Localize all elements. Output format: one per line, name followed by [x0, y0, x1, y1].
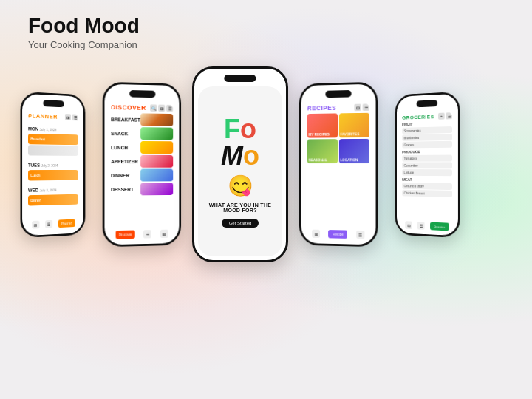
recipes-nav-active[interactable]: Recipe [329, 230, 348, 239]
discover-nav-3[interactable]: ⊞ [160, 230, 168, 238]
cat-snack: SNACK [111, 127, 173, 140]
recipes-icon-1: ⊞ [354, 104, 361, 112]
grocery-item-lettuce: Lettuce [402, 169, 452, 176]
grocery-section-meat: MEAT [402, 177, 452, 182]
grocery-item-grapes: Grapes [402, 140, 452, 148]
phone-discover: DISCOVER 🔍 ⊞ ☰ BREAKFAST SNACK LUNC [103, 82, 181, 248]
planner-icon-1: ⊞ [65, 114, 71, 120]
discover-icon-1: 🔍 [150, 104, 157, 112]
phone-fomo: Fo Mo 😋 WHAT ARE YOU IN THE MOOD FOR? Ge… [192, 66, 288, 262]
fomo-screen: Fo Mo 😋 WHAT ARE YOU IN THE MOOD FOR? Ge… [198, 86, 282, 256]
discover-title: DISCOVER [111, 103, 146, 111]
grocery-item-tomatoes: Tomatoes [402, 154, 452, 161]
groceries-icon-1: + [438, 112, 445, 119]
planner-day-mon: MONJuly 1, 2024 Breakfast [28, 120, 78, 155]
cat-dessert: DESSERT [111, 183, 173, 196]
planner-nav-2[interactable]: ☰ [45, 219, 52, 228]
grocery-item-blueberries: Blueberries [402, 133, 452, 140]
recipe-card-my: MY RECIPES [307, 113, 338, 137]
fomo-cta-button[interactable]: Get Started [222, 219, 259, 228]
groceries-screen: GROCERIES + ☰ FRUIT Strawberries Blueber… [400, 109, 455, 232]
cat-lunch: LUNCH [111, 141, 173, 154]
discover-nav-active[interactable]: Discover [116, 231, 135, 239]
recipe-card-fav: FAVORITES [338, 113, 369, 138]
phone-recipes: RECIPES ⊞ ☰ MY RECIPES FAVORITES SEASONA… [299, 82, 378, 248]
recipe-card-seasonal: SEASONAL [307, 139, 338, 163]
header: Food Mood Your Cooking Companion [28, 15, 140, 50]
planner-screen: PLANNER ⊞ ☰ MONJuly 1, 2024 Breakfast TU… [25, 109, 81, 232]
recipes-screen: RECIPES ⊞ ☰ MY RECIPES FAVORITES SEASONA… [304, 101, 372, 242]
planner-day-tues: TUESJuly 2, 2024 Lunch [28, 157, 78, 180]
cat-dinner: DINNER [111, 169, 173, 182]
fomo-logo: Fo Mo [221, 116, 259, 169]
recipes-icon-2: ☰ [363, 103, 369, 111]
discover-screen: DISCOVER 🔍 ⊞ ☰ BREAKFAST SNACK LUNC [108, 101, 176, 242]
cat-breakfast: BREAKFAST [111, 113, 173, 126]
cat-appetizer: APPETIZER [111, 155, 173, 168]
discover-nav-2[interactable]: ☰ [143, 230, 151, 238]
recipes-nav-3[interactable]: ☰ [356, 231, 364, 239]
discover-icon-2: ⊞ [158, 105, 165, 112]
discover-icon-3: ☰ [166, 105, 173, 112]
groceries-nav-2[interactable]: ☰ [417, 221, 425, 229]
recipes-nav-1[interactable]: ⊞ [312, 230, 320, 238]
recipes-title: RECIPES [307, 104, 336, 112]
grocery-section-produce: PRODUCE [402, 149, 452, 154]
grocery-item-chicken: Chicken Breast [402, 189, 452, 197]
planner-title: PLANNER [28, 112, 58, 120]
groceries-nav-active[interactable]: Groceries [430, 222, 449, 231]
app-subtitle: Your Cooking Companion [28, 39, 140, 50]
fomo-tagline: WHAT ARE YOU IN THE MOOD FOR? [205, 202, 275, 213]
grocery-section-fruit: FRUIT [402, 120, 452, 126]
phone-planner: PLANNER ⊞ ☰ MONJuly 1, 2024 Breakfast TU… [20, 91, 85, 237]
planner-icon-2: ☰ [72, 114, 78, 120]
planner-nav-1[interactable]: ⊞ [32, 220, 39, 228]
grocery-item-turkey: Ground Turkey [402, 183, 452, 190]
planner-day-wed: WEDJuly 3, 2024 Dinner [28, 182, 78, 205]
app-title: Food Mood [28, 15, 140, 38]
grocery-item-strawberries: Strawberries [402, 126, 452, 134]
groceries-title: GROCERIES [402, 113, 434, 120]
phone-groceries: GROCERIES + ☰ FRUIT Strawberries Blueber… [395, 91, 460, 237]
grocery-item-cucumber: Cucumber [402, 162, 452, 168]
groceries-nav-1[interactable]: ⊞ [405, 221, 412, 229]
groceries-icon-2: ☰ [446, 112, 452, 119]
recipe-grid: MY RECIPES FAVORITES SEASONAL LOCATION [307, 113, 369, 163]
fomo-face: 😋 [228, 174, 253, 198]
planner-nav-active[interactable]: Planner [58, 219, 75, 227]
recipe-card-location: LOCATION [338, 139, 369, 163]
phones-container: PLANNER ⊞ ☰ MONJuly 1, 2024 Breakfast TU… [15, 66, 517, 262]
